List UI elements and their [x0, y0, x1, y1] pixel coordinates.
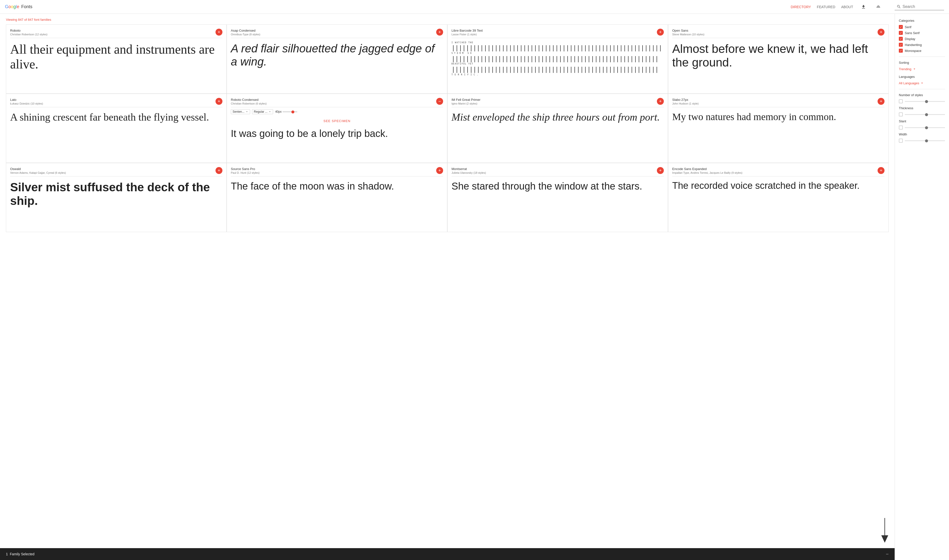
- thickness-title: Thickness: [899, 106, 945, 110]
- font-author: Vernon Adams, Kalapi Gajjar, Cyreal (6 s…: [10, 171, 66, 174]
- search-input[interactable]: [903, 5, 942, 9]
- checkbox-box[interactable]: [899, 37, 903, 41]
- checkbox-box[interactable]: [899, 43, 903, 47]
- font-name: Source Sans Pro: [231, 167, 260, 171]
- font-card-roboto-condensed: Roboto Condensed Christian Robertson (6 …: [227, 94, 447, 163]
- category-item-sans-serif[interactable]: Sans Serif: [899, 31, 945, 35]
- add-font-btn[interactable]: +: [215, 98, 222, 105]
- font-name: IM Fell Great Primer: [452, 98, 480, 102]
- checkbox-box[interactable]: [899, 25, 903, 29]
- languages-dropdown[interactable]: All Languages: [899, 81, 945, 85]
- svg-marker-1: [881, 535, 888, 543]
- font-card-header: Libre Barcode 39 Text Lasse Fister (1 st…: [452, 29, 664, 38]
- nav-about[interactable]: ABOUT: [841, 4, 853, 10]
- font-card-header: Oswald Vernon Adams, Kalapi Gajjar, Cyre…: [10, 167, 222, 177]
- font-card-header: Source Sans Pro Paul D. Hunt (12 styles)…: [231, 167, 443, 177]
- font-author: Lasse Fister (1 style): [452, 33, 483, 36]
- slider-track[interactable]: [283, 111, 297, 112]
- add-font-btn[interactable]: +: [436, 167, 443, 174]
- chevron-down-languages-icon: [920, 81, 924, 85]
- minimize-bottom-bar-btn[interactable]: −: [886, 551, 889, 557]
- see-specimen-link[interactable]: SEE SPECIMEN: [231, 116, 443, 124]
- sorting-dropdown[interactable]: Trending: [899, 67, 945, 71]
- nav-featured[interactable]: FEATURED: [817, 4, 835, 10]
- style-select[interactable]: Regular ...: [252, 109, 273, 114]
- sentence-select[interactable]: Senten...: [231, 109, 250, 114]
- specimen-controls: Senten... Regular ... 40px: [231, 109, 443, 114]
- bottom-bar-left: 1 Family Selected: [6, 552, 34, 556]
- slant-checkbox[interactable]: [899, 126, 903, 129]
- font-preview-text: Mist enveloped the ship three hours out …: [452, 111, 664, 123]
- font-name: Montserrat: [452, 167, 486, 171]
- category-item-handwriting[interactable]: Handwriting: [899, 43, 945, 47]
- font-preview-text: A red flair silhouetted the jagged edge …: [231, 42, 443, 68]
- header: Google Fonts DIRECTORY FEATURED ABOUT: [0, 0, 949, 14]
- font-card-header: Encode Sans Expanded Impallari Type, And…: [672, 167, 884, 177]
- font-card-lato: Lato Łukasz Dziedzic (10 styles) + A shi…: [6, 94, 227, 163]
- add-font-btn[interactable]: −: [436, 98, 443, 105]
- num-styles-slider[interactable]: [905, 101, 945, 102]
- checkbox-label: Serif: [905, 25, 911, 29]
- add-font-btn[interactable]: +: [878, 98, 884, 105]
- add-font-btn[interactable]: +: [657, 98, 664, 105]
- add-font-btn[interactable]: +: [878, 29, 884, 35]
- font-card-asap-condensed: Asap Condensed Omnibus-Type (8 styles) +…: [227, 25, 447, 94]
- font-info: Lato Łukasz Dziedzic (10 styles): [10, 98, 43, 105]
- num-styles-checkbox[interactable]: [899, 99, 903, 103]
- fonts-logo-text: Fonts: [21, 4, 32, 9]
- add-font-btn[interactable]: +: [657, 29, 664, 35]
- add-font-btn[interactable]: +: [215, 29, 222, 35]
- category-item-serif[interactable]: Serif: [899, 25, 945, 29]
- add-font-btn[interactable]: +: [878, 167, 884, 174]
- width-slider[interactable]: [905, 140, 945, 141]
- more-nav-btn[interactable]: [874, 3, 883, 11]
- font-card-open-sans: Open Sans Steve Matteson (10 styles) + A…: [668, 25, 889, 94]
- font-grid: Roboto Christian Robertson (12 styles) +…: [6, 25, 889, 232]
- checkbox-box[interactable]: [899, 49, 903, 52]
- chevron-sentence-icon: [245, 110, 248, 113]
- logo[interactable]: Google Fonts: [5, 4, 32, 9]
- download-icon-btn[interactable]: [859, 3, 868, 11]
- slider-thumb: [291, 111, 294, 114]
- font-info: Open Sans Steve Matteson (10 styles): [672, 29, 704, 36]
- category-item-monospace[interactable]: Monospace: [899, 49, 945, 52]
- font-name: Roboto: [10, 29, 48, 32]
- thickness-checkbox[interactable]: [899, 112, 903, 116]
- font-info: Oswald Vernon Adams, Kalapi Gajjar, Cyre…: [10, 167, 66, 174]
- scroll-down-arrow: [880, 518, 890, 543]
- add-font-btn[interactable]: +: [436, 29, 443, 35]
- sidebar: Categories Serif Sans Serif Display Hand…: [895, 14, 949, 560]
- font-preview-text: My two natures had memory in common.: [672, 111, 884, 123]
- checkbox-label: Display: [905, 37, 915, 41]
- font-card-oswald: Oswald Vernon Adams, Kalapi Gajjar, Cyre…: [6, 163, 227, 232]
- font-name: Open Sans: [672, 29, 704, 32]
- languages-title: Languages: [899, 75, 945, 78]
- font-name: Slabo 27px: [672, 98, 699, 102]
- add-font-btn[interactable]: +: [215, 167, 222, 174]
- font-author: Steve Matteson (10 styles): [672, 33, 704, 36]
- bottom-bar: 1 Family Selected −: [0, 548, 895, 560]
- font-preview-text: A shining crescent far beneath the flyin…: [10, 111, 222, 123]
- font-preview-text: Silver mist suffused the deck of the shi…: [10, 180, 222, 208]
- nav-directory[interactable]: DIRECTORY: [791, 4, 811, 10]
- checkbox-box[interactable]: [899, 31, 903, 35]
- layout: Viewing 847 of 847 font families Roboto …: [0, 14, 949, 560]
- checkbox-label: Handwriting: [905, 43, 922, 47]
- font-author: John Hudson (1 style): [672, 102, 699, 105]
- font-preview-text: Almost before we knew it, we had left th…: [672, 42, 884, 69]
- font-name: Libre Barcode 39 Text: [452, 29, 483, 32]
- slant-slider[interactable]: [905, 127, 945, 128]
- add-font-btn[interactable]: +: [657, 167, 664, 174]
- thickness-slider[interactable]: [905, 114, 945, 115]
- font-card-header: IM Fell Great Primer Igino Marini (2 sty…: [452, 98, 664, 107]
- width-title: Width: [899, 132, 945, 136]
- categories-list: Serif Sans Serif Display Handwriting Mon…: [899, 25, 945, 52]
- font-preview-text: The face of the moon was in shadow.: [231, 180, 443, 192]
- category-item-display[interactable]: Display: [899, 37, 945, 41]
- font-info: Roboto Christian Robertson (12 styles): [10, 29, 48, 36]
- font-card-header: Open Sans Steve Matteson (10 styles) +: [672, 29, 884, 38]
- width-slider-row: [899, 138, 945, 143]
- font-card-header: Asap Condensed Omnibus-Type (8 styles) +: [231, 29, 443, 38]
- sorting-title: Sorting: [899, 61, 945, 65]
- width-checkbox[interactable]: [899, 138, 903, 143]
